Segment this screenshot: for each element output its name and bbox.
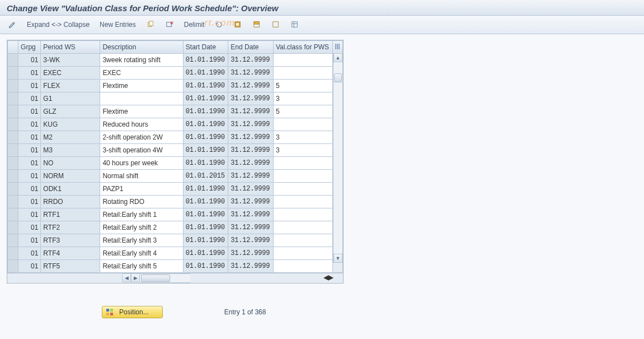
data-grid: Grpg Period WS Description Start Date En…: [7, 40, 343, 273]
cell-val-class[interactable]: [273, 221, 332, 234]
cell-end-date: 31.12.9999: [228, 157, 274, 170]
row-selector[interactable]: [8, 67, 18, 80]
row-selector[interactable]: [8, 170, 18, 183]
cell-description[interactable]: 3-shift operation 4W: [100, 144, 183, 157]
cell-val-class[interactable]: [273, 183, 332, 196]
cell-start-date: 01.01.1990: [183, 105, 228, 118]
row-selector[interactable]: [8, 221, 18, 234]
horizontal-scrollbar-right[interactable]: ◀ ▶: [323, 273, 333, 283]
copy-icon[interactable]: [143, 19, 158, 30]
cell-val-class[interactable]: [273, 208, 332, 221]
scroll-down-icon[interactable]: ▼: [333, 254, 342, 263]
deselect-all-icon[interactable]: [268, 19, 284, 30]
row-selector[interactable]: [8, 157, 18, 170]
horizontal-scrollbar-left[interactable]: ◀ ▶: [122, 273, 190, 283]
scroll-track[interactable]: [333, 62, 342, 254]
cell-description[interactable]: Retail:Early shift 3: [100, 234, 183, 247]
svg-rect-9: [273, 22, 279, 27]
cell-description[interactable]: Normal shift: [100, 170, 183, 183]
cell-val-class[interactable]: [273, 54, 332, 67]
select-all-icon[interactable]: [230, 19, 246, 30]
cell-val-class[interactable]: 5: [273, 105, 332, 118]
header-description[interactable]: Description: [100, 41, 183, 54]
cell-description[interactable]: 3week rotating shift: [100, 54, 183, 67]
row-selector[interactable]: [8, 92, 18, 105]
row-selector[interactable]: [8, 54, 18, 67]
cell-val-class[interactable]: [273, 170, 332, 183]
cell-val-class[interactable]: [273, 67, 332, 80]
header-configure-icon[interactable]: [332, 41, 342, 54]
cell-description[interactable]: Retail:Early shift 4: [100, 247, 183, 260]
cell-end-date: 31.12.9999: [228, 221, 274, 234]
cell-description[interactable]: Flextime: [100, 105, 183, 118]
scroll-thumb[interactable]: [334, 73, 342, 82]
cell-description[interactable]: Retail:Early shift 1: [100, 208, 183, 221]
hscroll-thumb[interactable]: [141, 275, 170, 282]
hscroll-left-icon[interactable]: ◀: [122, 273, 131, 282]
cell-val-class[interactable]: [273, 260, 332, 273]
cell-description[interactable]: Rotating RDO: [100, 196, 183, 208]
hscroll2-right-icon[interactable]: ▶: [328, 273, 333, 283]
cell-description[interactable]: Retail:Early shift 5: [100, 260, 183, 273]
new-entries-button[interactable]: New Entries: [96, 19, 139, 30]
cell-description[interactable]: Retail:Early shift 2: [100, 221, 183, 234]
hscroll-right-icon[interactable]: ▶: [131, 273, 140, 282]
cell-description[interactable]: PAZP1: [100, 183, 183, 196]
cell-val-class[interactable]: [273, 196, 332, 208]
cell-grpg: 01: [18, 170, 41, 183]
scroll-up-icon[interactable]: ▲: [333, 53, 342, 62]
header-grpg[interactable]: Grpg: [18, 41, 41, 54]
cell-start-date: 01.01.1990: [183, 260, 228, 273]
header-select[interactable]: [8, 41, 18, 54]
select-block-icon[interactable]: [249, 19, 265, 30]
cell-val-class[interactable]: 3: [273, 92, 332, 105]
cell-val-class[interactable]: [273, 157, 332, 170]
expand-collapse-button[interactable]: Expand <-> Collapse: [23, 19, 93, 30]
cell-val-class[interactable]: [273, 234, 332, 247]
cell-val-class[interactable]: 3: [273, 144, 332, 157]
cell-description[interactable]: Reduced hours: [100, 118, 183, 131]
header-end-date[interactable]: End Date: [228, 41, 274, 54]
delimit-button[interactable]: Delimit: [181, 19, 208, 30]
header-start-date[interactable]: Start Date: [183, 41, 228, 54]
cell-grpg: 01: [18, 208, 41, 221]
cell-description[interactable]: 2-shift operation 2W: [100, 131, 183, 144]
row-selector[interactable]: [8, 80, 18, 92]
cell-val-class[interactable]: [273, 118, 332, 131]
row-selector[interactable]: [8, 247, 18, 260]
cell-val-class[interactable]: [273, 247, 332, 260]
cell-description[interactable]: EXEC: [100, 67, 183, 80]
cell-end-date: 31.12.9999: [228, 118, 274, 131]
change-mode-icon[interactable]: [4, 19, 20, 30]
cell-period-ws: NO: [41, 157, 100, 170]
cell-period-ws: GLZ: [41, 105, 100, 118]
cell-period-ws: M2: [41, 131, 100, 144]
table-row: 01G101.01.199031.12.99993: [8, 92, 343, 105]
position-button[interactable]: Position...: [102, 306, 163, 318]
hscroll-track[interactable]: [140, 273, 190, 283]
hscroll2-left-icon[interactable]: ◀: [323, 273, 328, 283]
row-selector[interactable]: [8, 260, 18, 273]
cell-val-class[interactable]: 3: [273, 131, 332, 144]
row-selector[interactable]: [8, 118, 18, 131]
delete-icon[interactable]: [162, 19, 177, 30]
header-val-class[interactable]: Val.class for PWS: [273, 41, 332, 54]
header-period-ws[interactable]: Period WS: [41, 41, 100, 54]
cell-description[interactable]: 40 hours per week: [100, 157, 183, 170]
row-selector[interactable]: [8, 208, 18, 221]
cell-val-class[interactable]: 5: [273, 80, 332, 92]
row-selector[interactable]: [8, 105, 18, 118]
row-selector[interactable]: [8, 196, 18, 208]
vertical-scrollbar[interactable]: ▲ ▼: [333, 53, 342, 263]
table-settings-icon[interactable]: [287, 19, 303, 30]
table-row: 01NORMNormal shift01.01.201531.12.9999: [8, 170, 343, 183]
cell-description[interactable]: [100, 92, 183, 105]
cell-description[interactable]: Flextime: [100, 80, 183, 92]
cell-grpg: 01: [18, 157, 41, 170]
row-selector[interactable]: [8, 131, 18, 144]
row-selector[interactable]: [8, 183, 18, 196]
row-selector[interactable]: [8, 144, 18, 157]
cell-grpg: 01: [18, 131, 41, 144]
undo-icon[interactable]: [211, 19, 227, 30]
row-selector[interactable]: [8, 234, 18, 247]
